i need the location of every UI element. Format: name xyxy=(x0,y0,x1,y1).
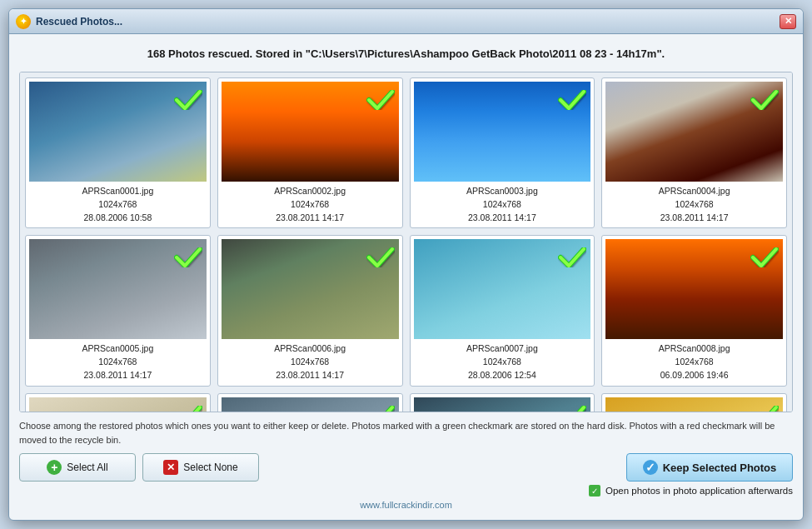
checkmark-icon xyxy=(364,399,397,413)
checkmark-icon xyxy=(172,83,205,117)
photos-grid: APRScan0001.jpg 1024x768 28.08.2006 10:5… xyxy=(25,77,787,412)
bottom-bar: Choose among the restored photos which o… xyxy=(19,419,793,510)
photo-resolution: 1024x768 xyxy=(466,198,538,212)
photo-item[interactable]: APRScan0001.jpg 1024x768 28.08.2006 10:5… xyxy=(25,77,211,228)
checkmark-icon xyxy=(748,241,781,274)
photo-thumbnail xyxy=(29,397,207,413)
photo-resolution: 1024x768 xyxy=(274,198,346,212)
select-none-button[interactable]: ✕ Select None xyxy=(142,453,259,482)
close-button[interactable]: ✕ xyxy=(780,14,796,29)
photo-thumbnail xyxy=(605,239,783,339)
photo-info: APRScan0006.jpg 1024x768 23.08.2011 14:1… xyxy=(274,342,346,382)
checkmark-icon xyxy=(748,399,781,413)
photo-info: APRScan0001.jpg 1024x768 28.08.2006 10:5… xyxy=(82,185,153,224)
watermark: www.fullcrackindir.com xyxy=(19,500,793,510)
checkmark-icon xyxy=(555,399,589,413)
keep-icon: ✓ xyxy=(643,460,658,475)
photo-item[interactable]: APRScan0010.jpg 1024x768 23.08.2011 14:1… xyxy=(217,393,403,413)
photo-item[interactable]: APRScan0007.jpg 1024x768 28.08.2006 12:5… xyxy=(410,235,595,386)
photo-thumbnail xyxy=(605,397,783,413)
photo-item[interactable]: APRScan0004.jpg 1024x768 23.08.2011 14:1… xyxy=(601,77,787,228)
photo-date: 23.08.2011 14:17 xyxy=(466,212,538,225)
photo-thumbnail xyxy=(222,82,399,182)
photo-item[interactable]: APRScan0011.jpg 1024x768 23.08.2011 14:1… xyxy=(410,393,595,413)
checkmark-icon xyxy=(555,83,589,117)
photo-thumbnail xyxy=(29,82,207,182)
window-title: Rescued Photos... xyxy=(36,16,780,27)
photo-info: APRScan0004.jpg 1024x768 23.08.2011 14:1… xyxy=(659,185,730,224)
photo-filename: APRScan0004.jpg xyxy=(659,185,730,198)
photo-item[interactable]: APRScan0005.jpg 1024x768 23.08.2011 14:1… xyxy=(25,235,211,386)
photo-filename: APRScan0006.jpg xyxy=(274,342,346,356)
photo-thumbnail xyxy=(414,82,591,182)
photo-filename: APRScan0007.jpg xyxy=(466,342,538,356)
photo-thumbnail xyxy=(414,239,591,339)
photo-info: APRScan0002.jpg 1024x768 23.08.2011 14:1… xyxy=(274,185,346,224)
photo-filename: APRScan0008.jpg xyxy=(659,342,730,356)
photo-info: APRScan0007.jpg 1024x768 28.08.2006 12:5… xyxy=(466,342,538,382)
checkmark-icon xyxy=(555,241,589,274)
photo-thumbnail xyxy=(222,397,399,413)
photo-item[interactable]: APRScan0009.jpg 1024x768 23.08.2011 14:1… xyxy=(25,393,211,413)
photo-resolution: 1024x768 xyxy=(466,356,538,369)
photo-resolution: 1024x768 xyxy=(659,356,730,369)
photo-item[interactable]: APRScan0008.jpg 1024x768 06.09.2006 19:4… xyxy=(601,235,787,386)
open-photos-label: Open photos in photo application afterwa… xyxy=(605,486,793,496)
photo-resolution: 1024x768 xyxy=(82,198,153,212)
photo-thumbnail xyxy=(605,82,783,182)
photo-date: 23.08.2011 14:17 xyxy=(82,369,153,382)
photo-date: 23.08.2011 14:17 xyxy=(274,369,346,382)
app-icon: ✦ xyxy=(16,14,31,29)
photo-date: 23.08.2011 14:17 xyxy=(274,212,346,225)
checkmark-icon xyxy=(172,241,205,274)
checkmark-icon xyxy=(748,83,781,117)
photo-item[interactable]: APRScan0006.jpg 1024x768 23.08.2011 14:1… xyxy=(217,235,403,386)
photo-item[interactable]: APRScan0012.jpg 1024x768 23.08.2011 14:1… xyxy=(601,393,787,413)
open-photos-row: ✓ Open photos in photo application after… xyxy=(19,485,793,497)
info-text: Choose among the restored photos which o… xyxy=(19,419,793,447)
photo-resolution: 1024x768 xyxy=(659,198,730,212)
checkmark-icon xyxy=(364,83,397,117)
photo-filename: APRScan0002.jpg xyxy=(274,185,346,198)
checkmark-icon xyxy=(172,399,205,413)
photo-thumbnail xyxy=(414,397,591,413)
photo-info: APRScan0005.jpg 1024x768 23.08.2011 14:1… xyxy=(82,342,153,382)
select-all-button[interactable]: + Select All xyxy=(19,453,136,482)
title-bar: ✦ Rescued Photos... ✕ xyxy=(9,9,803,34)
select-all-icon: + xyxy=(47,460,62,475)
photo-filename: APRScan0001.jpg xyxy=(82,185,153,198)
checkmark-icon xyxy=(364,241,397,274)
photo-resolution: 1024x768 xyxy=(82,356,153,369)
open-photos-checkbox[interactable]: ✓ xyxy=(589,485,600,497)
photo-thumbnail xyxy=(29,239,207,339)
photo-filename: APRScan0005.jpg xyxy=(82,342,153,356)
photo-info: APRScan0003.jpg 1024x768 23.08.2011 14:1… xyxy=(466,185,538,224)
photo-item[interactable]: APRScan0003.jpg 1024x768 23.08.2011 14:1… xyxy=(410,77,595,228)
photo-item[interactable]: APRScan0002.jpg 1024x768 23.08.2011 14:1… xyxy=(217,77,403,228)
photo-resolution: 1024x768 xyxy=(274,356,346,369)
actions-row: + Select All ✕ Select None ✓ Keep Select… xyxy=(19,453,793,482)
main-window: ✦ Rescued Photos... ✕ 168 Photos rescued… xyxy=(8,8,804,521)
photo-info: APRScan0008.jpg 1024x768 06.09.2006 19:4… xyxy=(659,342,730,382)
photo-date: 28.08.2006 10:58 xyxy=(82,212,153,225)
photo-thumbnail xyxy=(222,239,399,339)
header-text: 168 Photos rescued. Stored in "C:\Users\… xyxy=(19,44,793,63)
content-area: 168 Photos rescued. Stored in "C:\Users\… xyxy=(9,34,803,520)
select-none-icon: ✕ xyxy=(163,460,178,475)
photo-date: 28.08.2006 12:54 xyxy=(466,369,538,382)
photo-date: 23.08.2011 14:17 xyxy=(659,212,730,225)
photo-filename: APRScan0003.jpg xyxy=(466,185,538,198)
photos-grid-container[interactable]: APRScan0001.jpg 1024x768 28.08.2006 10:5… xyxy=(19,72,793,412)
keep-selected-button[interactable]: ✓ Keep Selected Photos xyxy=(626,453,793,482)
photo-date: 06.09.2006 19:46 xyxy=(659,369,730,382)
